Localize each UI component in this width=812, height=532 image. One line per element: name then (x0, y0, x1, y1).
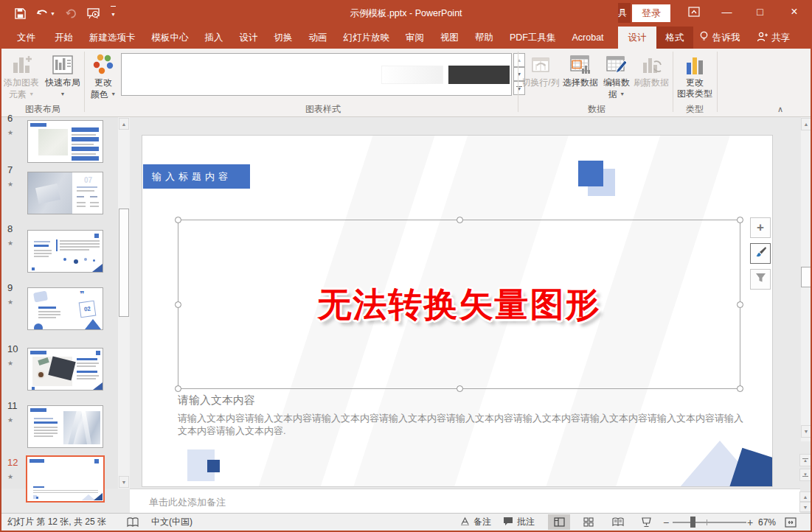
undo-dropdown-icon[interactable]: ▼ (50, 11, 55, 16)
slide-thumbnail-12-selected[interactable] (26, 455, 105, 503)
scroll-down-icon[interactable]: ▼ (801, 425, 811, 438)
slideshow-view-button[interactable] (635, 514, 657, 530)
sign-in-button[interactable]: 登录 (632, 4, 670, 22)
thumbnail-scrollbar[interactable]: ▲ ▼ (118, 117, 130, 489)
mini-shape (93, 259, 95, 262)
customize-qat-icon[interactable]: ▼ (111, 6, 116, 21)
tab-chart-design-active[interactable]: 设计 (618, 27, 656, 49)
mini-shape: 02 (79, 301, 97, 318)
zoom-slider-track[interactable] (673, 522, 746, 523)
chart-filters-button[interactable] (750, 269, 771, 290)
mini-shape (34, 256, 49, 257)
scroll-up-icon[interactable]: ▲ (801, 118, 811, 130)
zoom-in-button[interactable]: + (747, 514, 753, 531)
tab-new-custom[interactable]: 新建选项卡 (81, 27, 144, 49)
slide-thumbnail-10[interactable] (27, 348, 103, 391)
animation-star-icon: ★ (7, 473, 13, 480)
body-text[interactable]: 请输入文本内容请输入文本内容请输入文本内容请输入文本内容请输入文本内容请输入文本… (178, 413, 744, 437)
decoration-square-dark (207, 460, 220, 472)
slide-thumbnail-6[interactable] (27, 120, 103, 163)
chart-styles-gallery[interactable] (121, 53, 512, 96)
resize-handle-n[interactable] (457, 217, 463, 223)
mini-shape (37, 371, 45, 379)
slide-thumbnail-9[interactable]: ❞ 02 (27, 287, 103, 330)
slide-thumbnail-8[interactable] (27, 230, 103, 273)
tab-view[interactable]: 视图 (432, 27, 467, 49)
resize-handle-se[interactable] (737, 385, 743, 392)
notes-placeholder[interactable]: 单击此处添加备注 (149, 496, 226, 509)
tab-file[interactable]: 文件 (6, 27, 46, 49)
slide-number: 10 (7, 343, 18, 354)
tab-acrobat[interactable]: Acrobat (564, 27, 612, 49)
share-button[interactable]: 共享 (757, 27, 790, 49)
scroll-down-icon[interactable]: ▼ (119, 476, 129, 488)
save-icon[interactable] (15, 8, 26, 19)
chart-elements-button[interactable]: + (750, 217, 771, 238)
normal-view-button[interactable] (548, 514, 570, 530)
slide-thumbnail-11[interactable] (27, 405, 103, 448)
start-slideshow-icon[interactable] (87, 8, 100, 19)
tab-review[interactable]: 审阅 (398, 27, 432, 49)
collapse-ribbon-button[interactable]: ∧ (773, 105, 788, 114)
chart-placeholder-selection[interactable]: 无法转换矢量图形 (178, 220, 740, 389)
reading-view-button[interactable] (607, 514, 629, 530)
ribbon-display-options-button[interactable] (677, 0, 710, 24)
resize-handle-nw[interactable] (175, 217, 181, 223)
workspace: 6 ★ 7 ★ 07 (0, 117, 812, 489)
previous-slide-button[interactable]: ▲ (799, 454, 811, 466)
spellcheck-icon[interactable] (127, 514, 139, 531)
scroll-up-icon[interactable]: ▲ (119, 118, 129, 130)
chart-styles-button[interactable] (750, 243, 771, 264)
notes-scroll-down-button[interactable]: ▼ (799, 502, 811, 512)
notes-toggle[interactable]: 备注 (460, 514, 491, 531)
slide-canvas[interactable]: 输入标题内容 无法转换矢量图形 请输入文本内容 请输入文本内容请输入文本内容请输… (142, 135, 773, 487)
decoration-square-blue (578, 161, 603, 186)
notes-icon (460, 517, 470, 528)
tab-design[interactable]: 设计 (232, 27, 266, 49)
chart-style-preview-light[interactable] (381, 66, 443, 84)
notes-pane[interactable]: 单击此处添加备注 (130, 489, 800, 513)
resize-handle-ne[interactable] (737, 217, 743, 223)
zoom-slider-thumb[interactable] (690, 517, 695, 528)
fit-to-window-button[interactable] (785, 514, 797, 531)
slide-thumbnail-7[interactable]: 07 (27, 172, 103, 214)
next-slide-button[interactable]: ▼ (799, 469, 811, 481)
body-heading[interactable]: 请输入文本内容 (178, 393, 255, 407)
slide-sorter-view-button[interactable] (577, 514, 600, 530)
comments-toggle-label: 批注 (517, 516, 535, 528)
language-indicator[interactable]: 中文(中国) (151, 514, 192, 531)
tab-pdf-tools[interactable]: PDF工具集 (502, 27, 564, 49)
zoom-level[interactable]: 67% (758, 514, 776, 531)
tab-chart-format[interactable]: 格式 (656, 27, 693, 49)
tab-insert[interactable]: 插入 (197, 27, 232, 49)
tab-transitions[interactable]: 切换 (266, 27, 301, 49)
ribbon-tab-row: 文件 开始 新建选项卡 模板中心 插入 设计 切换 动画 幻灯片放映 审阅 视图… (0, 27, 812, 49)
zoom-out-button[interactable]: − (663, 514, 669, 531)
slide-counter[interactable]: 幻灯片 第 12 张, 共 25 张 (7, 514, 106, 531)
mini-shape (38, 317, 56, 318)
maximize-button[interactable]: □ (743, 0, 777, 24)
notes-scroll-up-button[interactable]: ▲ (799, 491, 811, 502)
mini-shape (34, 427, 58, 428)
thumbnail-scrollbar-thumb[interactable] (119, 209, 129, 317)
resize-handle-sw[interactable] (175, 385, 181, 392)
tab-slideshow[interactable]: 幻灯片放映 (336, 27, 398, 49)
tab-help[interactable]: 帮助 (467, 27, 502, 49)
tab-home[interactable]: 开始 (46, 27, 81, 49)
change-colors-icon (86, 51, 120, 77)
slide-title-placeholder[interactable]: 输入标题内容 (143, 164, 250, 189)
comments-toggle[interactable]: 批注 (503, 514, 535, 531)
tell-me-button[interactable]: 告诉我 (699, 27, 740, 49)
resize-handle-w[interactable] (175, 301, 181, 308)
redo-icon[interactable] (66, 8, 77, 18)
change-colors-button[interactable]: 更改颜色 ▼ (86, 51, 120, 114)
tab-template-center[interactable]: 模板中心 (144, 27, 197, 49)
tab-animations[interactable]: 动画 (301, 27, 336, 49)
minimize-button[interactable]: — (710, 0, 743, 24)
close-button[interactable]: × (777, 0, 812, 24)
resize-handle-e[interactable] (737, 301, 743, 308)
undo-button[interactable]: ▼ (36, 8, 55, 18)
resize-handle-s[interactable] (457, 385, 463, 392)
chart-style-preview-dark[interactable] (448, 66, 510, 84)
main-scrollbar-thumb[interactable] (801, 267, 811, 287)
